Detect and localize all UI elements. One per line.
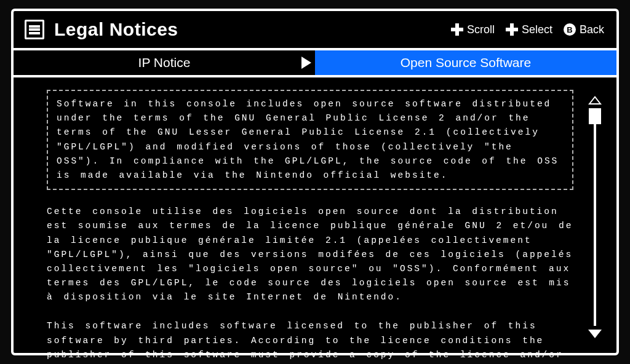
tab-ip-notice[interactable]: IP Notice (14, 50, 315, 75)
tab-bar: IP Notice Open Source Software (14, 48, 616, 77)
hint-back-label: Back (580, 23, 604, 36)
input-hints: Scroll Select B Back (451, 23, 604, 36)
hint-scroll-label: Scroll (467, 23, 495, 36)
tab-ip-notice-label: IP Notice (138, 55, 191, 70)
hint-back: B Back (564, 23, 604, 36)
selected-paragraph-box[interactable]: Software in this console includes open s… (47, 90, 573, 190)
scroll-track[interactable] (594, 108, 596, 326)
tab-cursor-icon (301, 57, 311, 69)
scroll-down-icon[interactable] (588, 330, 602, 338)
b-button-icon: B (564, 23, 576, 36)
scrollbar[interactable] (588, 96, 602, 338)
page-title: Legal Notices (54, 19, 451, 40)
hint-scroll: Scroll (451, 23, 495, 36)
tab-open-source[interactable]: Open Source Software (315, 50, 616, 75)
dpad-icon (506, 23, 518, 36)
tab-open-source-label: Open Source Software (401, 55, 531, 70)
header-bar: Legal Notices Scroll Select B Back (14, 11, 616, 48)
menu-icon (25, 20, 44, 39)
scroll-thumb[interactable] (589, 108, 601, 124)
content-area: Software in this console includes open s… (14, 77, 616, 350)
paragraph-3: This software includes software licensed… (47, 319, 573, 364)
hint-select-label: Select (522, 23, 552, 36)
paragraph-1: Software in this console includes open s… (57, 97, 564, 183)
dpad-icon (451, 23, 463, 36)
paragraph-2: Cette console utilise des logiciels open… (47, 205, 573, 304)
window-frame: Legal Notices Scroll Select B Back IP No… (11, 9, 619, 355)
hint-select: Select (506, 23, 552, 36)
scroll-up-icon[interactable] (588, 96, 602, 105)
